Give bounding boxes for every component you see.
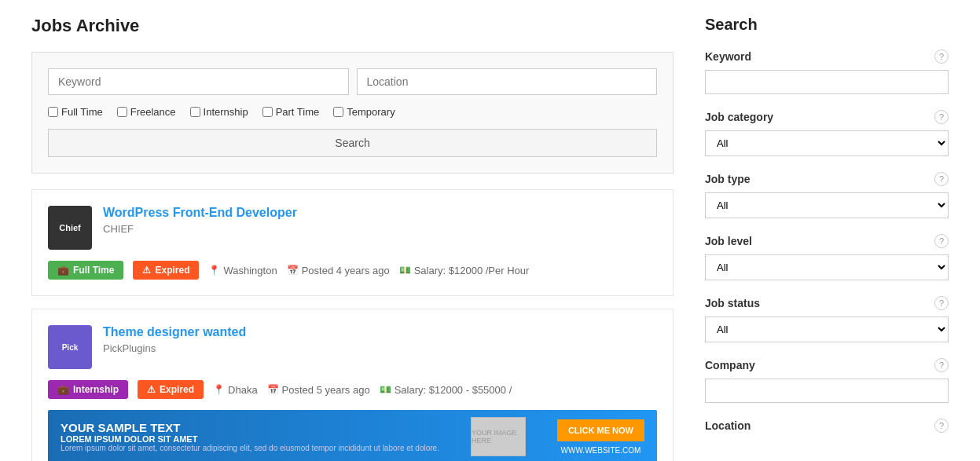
job-location-1: 📍 Washington xyxy=(208,265,277,276)
job-meta-1: 💼 Full Time ⚠ Expired 📍 Washington 📅 Pos… xyxy=(48,261,657,280)
job-header-2: Pick Theme designer wanted PickPlugins xyxy=(48,325,657,369)
company-name-1: CHIEF xyxy=(103,223,297,235)
sidebar-company-input[interactable] xyxy=(705,379,949,403)
search-inputs xyxy=(48,68,657,95)
type-help-icon[interactable]: ? xyxy=(934,172,949,186)
category-help-icon[interactable]: ? xyxy=(934,110,949,124)
warning-icon-2: ⚠ xyxy=(147,384,156,395)
filter-parttime[interactable]: Part Time xyxy=(262,106,320,118)
sidebar-type-section: Job type ? All xyxy=(705,172,949,218)
job-status-badge-2: ⚠ Expired xyxy=(138,380,204,399)
job-info-2: Theme designer wanted PickPlugins xyxy=(103,325,246,354)
briefcase-icon: 💼 xyxy=(57,265,69,276)
warning-icon: ⚠ xyxy=(142,265,151,276)
sidebar-company-section: Company ? xyxy=(705,358,949,403)
job-title-1[interactable]: WordPress Front-End Developer xyxy=(103,206,297,220)
job-salary-2: 💵 Salary: $12000 - $55000 / xyxy=(380,384,512,396)
salary-icon-2: 💵 xyxy=(380,384,391,395)
sidebar-status-section: Job status ? All xyxy=(705,296,949,342)
job-location-2: 📍 Dhaka xyxy=(213,384,258,396)
job-card-1: Chief WordPress Front-End Developer CHIE… xyxy=(31,189,674,296)
sidebar-level-header: Job level ? xyxy=(705,234,949,248)
company-logo-2: Pick xyxy=(48,325,92,369)
sidebar-status-header: Job status ? xyxy=(705,296,949,310)
sidebar-category-section: Job category ? All xyxy=(705,110,949,156)
calendar-icon-2: 📅 xyxy=(267,384,279,395)
main-content: Jobs Archive Full Time Freelance Interns… xyxy=(31,16,674,461)
job-status-badge-1: ⚠ Expired xyxy=(133,261,199,280)
briefcase-icon-2: 💼 xyxy=(57,384,69,395)
banner-image: YOUR IMAGE HERE xyxy=(471,417,526,456)
banner-ad: YOUR SAMPLE TEXT LOREM IPSUM DOLOR SIT A… xyxy=(48,410,657,461)
filter-internship[interactable]: Internship xyxy=(190,106,248,118)
location-pin-icon: 📍 xyxy=(208,265,220,276)
salary-icon: 💵 xyxy=(399,265,411,276)
banner-body: Lorem ipsum dolor sit amet, consectetur … xyxy=(61,444,439,452)
sidebar-search-title: Search xyxy=(705,16,949,34)
location-help-icon[interactable]: ? xyxy=(934,419,949,433)
keyword-input[interactable] xyxy=(48,68,349,95)
filter-fulltime[interactable]: Full Time xyxy=(48,106,103,118)
search-box: Full Time Freelance Internship Part Time… xyxy=(31,52,674,174)
job-type-select[interactable]: All xyxy=(705,192,949,218)
job-meta-2: 💼 Internship ⚠ Expired 📍 Dhaka 📅 Posted … xyxy=(48,380,657,399)
company-label: Company xyxy=(705,359,755,371)
level-help-icon[interactable]: ? xyxy=(934,234,949,248)
search-checkboxes: Full Time Freelance Internship Part Time… xyxy=(48,106,657,118)
sidebar: Search Keyword ? Job category ? All Job … xyxy=(705,16,949,461)
sidebar-category-header: Job category ? xyxy=(705,110,949,124)
job-title-2[interactable]: Theme designer wanted xyxy=(103,325,246,339)
job-card-2: Pick Theme designer wanted PickPlugins 💼… xyxy=(31,309,674,461)
sidebar-location-header: Location ? xyxy=(705,419,949,433)
sidebar-keyword-input[interactable] xyxy=(705,70,949,94)
calendar-icon: 📅 xyxy=(287,265,299,276)
job-level-select[interactable]: All xyxy=(705,254,949,280)
sidebar-type-header: Job type ? xyxy=(705,172,949,186)
sidebar-level-section: Job level ? All xyxy=(705,234,949,280)
banner-title: YOUR SAMPLE TEXT xyxy=(61,421,439,434)
banner-cta-button[interactable]: CLICK ME NOW xyxy=(557,419,644,441)
job-type-badge-2: 💼 Internship xyxy=(48,380,128,399)
sidebar-keyword-section: Keyword ? xyxy=(705,49,949,94)
sidebar-keyword-header: Keyword ? xyxy=(705,49,949,64)
location-input[interactable] xyxy=(357,68,658,95)
keyword-label: Keyword xyxy=(705,50,751,63)
company-name-2: PickPlugins xyxy=(103,342,246,354)
job-info-1: WordPress Front-End Developer CHIEF xyxy=(103,206,297,235)
job-posted-1: 📅 Posted 4 years ago xyxy=(287,265,390,276)
keyword-help-icon[interactable]: ? xyxy=(934,49,949,64)
job-status-label: Job status xyxy=(705,297,760,309)
job-salary-1: 💵 Salary: $12000 /Per Hour xyxy=(399,265,530,276)
banner-website: WWW.WEBSITE.COM xyxy=(561,446,641,455)
job-type-badge-1: 💼 Full Time xyxy=(48,261,123,280)
banner-text-area: YOUR SAMPLE TEXT LOREM IPSUM DOLOR SIT A… xyxy=(61,421,439,452)
status-help-icon[interactable]: ? xyxy=(934,296,949,310)
filter-temporary[interactable]: Temporary xyxy=(333,106,395,118)
company-logo-1: Chief xyxy=(48,206,92,250)
job-type-label: Job type xyxy=(705,173,751,185)
page-title: Jobs Archive xyxy=(31,16,674,36)
job-header-1: Chief WordPress Front-End Developer CHIE… xyxy=(48,206,657,250)
job-posted-2: 📅 Posted 5 years ago xyxy=(267,384,370,396)
job-level-label: Job level xyxy=(705,235,752,247)
job-status-select[interactable]: All xyxy=(705,316,949,342)
sidebar-location-section: Location ? xyxy=(705,419,949,433)
location-pin-icon-2: 📍 xyxy=(213,384,225,395)
search-button[interactable]: Search xyxy=(48,129,657,157)
sidebar-company-header: Company ? xyxy=(705,358,949,372)
banner-subtitle: LOREM IPSUM DOLOR SIT AMET xyxy=(61,434,439,444)
job-category-label: Job category xyxy=(705,111,773,123)
filter-freelance[interactable]: Freelance xyxy=(117,106,176,118)
company-help-icon[interactable]: ? xyxy=(934,358,949,372)
location-label: Location xyxy=(705,419,751,432)
job-category-select[interactable]: All xyxy=(705,130,949,156)
